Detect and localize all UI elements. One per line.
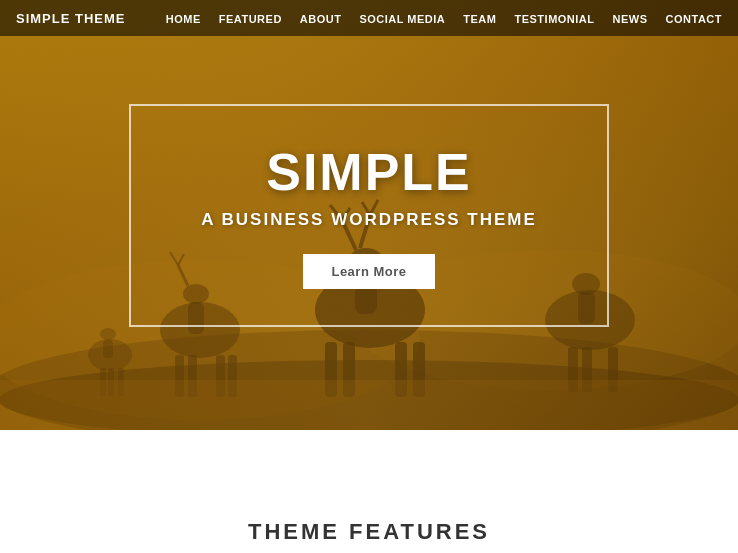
nav-item-contact[interactable]: CONTACT	[666, 9, 722, 27]
nav-item-featured[interactable]: FEATURED	[219, 9, 282, 27]
hero-subtitle: A BUSINESS WORDPRESS THEME	[201, 210, 537, 230]
below-hero-section: THEME FEATURES	[0, 430, 738, 553]
nav-item-home[interactable]: HOME	[166, 9, 201, 27]
nav-menu: HOME FEATURED ABOUT SOCIAL MEDIA TEAM TE…	[166, 9, 722, 27]
brand-logo[interactable]: SIMPLE THEME	[16, 11, 126, 26]
learn-more-button[interactable]: Learn More	[303, 254, 434, 289]
svg-rect-40	[0, 380, 738, 430]
nav-item-about[interactable]: ABOUT	[300, 9, 342, 27]
hero-title: SIMPLE	[201, 146, 537, 198]
hero-content-box: SIMPLE A BUSINESS WORDPRESS THEME Learn …	[129, 104, 609, 327]
nav-item-testimonial[interactable]: TESTIMONIAL	[514, 9, 594, 27]
nav-item-team[interactable]: TEAM	[463, 9, 496, 27]
svg-rect-34	[103, 340, 113, 358]
nav-item-news[interactable]: NEWS	[613, 9, 648, 27]
hero-section: SIMPLE A BUSINESS WORDPRESS THEME Learn …	[0, 0, 738, 430]
theme-features-heading: THEME FEATURES	[248, 519, 490, 545]
nav-item-social-media[interactable]: SOCIAL MEDIA	[359, 9, 445, 27]
svg-point-35	[100, 328, 116, 340]
navbar: SIMPLE THEME HOME FEATURED ABOUT SOCIAL …	[0, 0, 738, 36]
